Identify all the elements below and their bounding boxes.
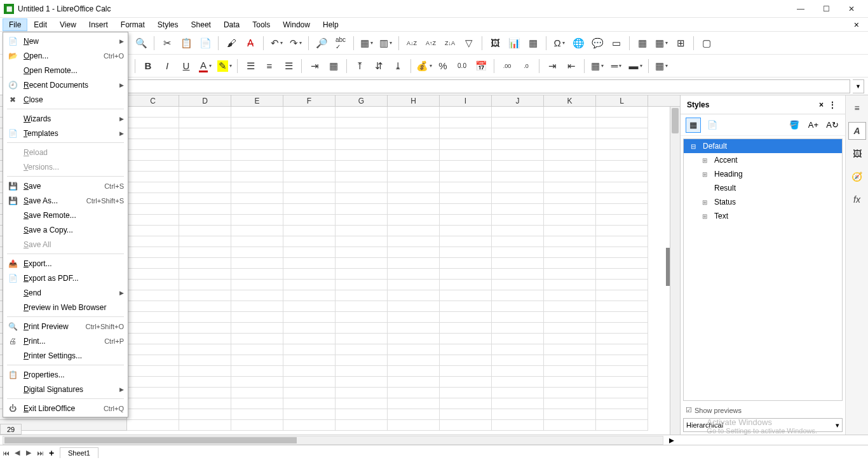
file-menu-item[interactable]: Printer Settings...	[3, 348, 128, 363]
file-menu-item[interactable]: 🔍Print PreviewCtrl+Shift+O	[3, 319, 128, 334]
special-char-icon[interactable]: Ω	[550, 34, 568, 52]
menu-edit[interactable]: Edit	[27, 18, 53, 31]
file-menu-item[interactable]: Versions...	[3, 159, 128, 174]
sidebar-tab-properties[interactable]: ≡	[848, 99, 866, 117]
define-print-area-icon[interactable]: ▦	[634, 34, 651, 52]
decrease-indent-icon[interactable]: ⇤	[562, 57, 580, 75]
show-previews-checkbox[interactable]: ☑Show previews	[681, 403, 845, 417]
styles-list[interactable]: ⊟Default⊞Accent⊞HeadingResult⊞Status⊞Tex…	[683, 139, 843, 401]
menu-help[interactable]: Help	[316, 18, 345, 31]
file-menu-item[interactable]: 🖨Print...Ctrl+P	[3, 334, 128, 348]
sheet-tab[interactable]: Sheet1	[60, 447, 98, 458]
bold-button[interactable]: B	[139, 57, 157, 75]
col-header[interactable]: H	[388, 95, 440, 106]
file-menu-item[interactable]: Digital Signatures▶	[3, 382, 128, 396]
menu-insert[interactable]: Insert	[83, 18, 114, 31]
style-item[interactable]: ⊞Heading	[684, 167, 842, 181]
comment-icon[interactable]: 💬	[588, 34, 606, 52]
sidebar-menu-icon[interactable]: ⋮	[826, 100, 839, 109]
highlight-color-button[interactable]: ✎	[215, 57, 233, 75]
sidebar-close-icon[interactable]: ×	[817, 100, 826, 109]
pivot-table-icon[interactable]: ▦	[524, 34, 542, 52]
file-menu-item[interactable]: 📄Templates▶	[3, 126, 128, 140]
cell-styles-icon[interactable]: ▦	[686, 118, 701, 133]
sort-asc-icon[interactable]: A↓Z	[403, 34, 421, 52]
insert-chart-icon[interactable]: 📊	[505, 34, 523, 52]
border-color-icon[interactable]: ▬	[627, 57, 644, 75]
autofilter-icon[interactable]: ▽	[460, 34, 478, 52]
file-menu-item[interactable]: Save All	[3, 237, 128, 252]
conditional-format-icon[interactable]: ▦	[653, 57, 670, 75]
date-icon[interactable]: 📅	[472, 57, 490, 75]
update-style-icon[interactable]: A↻	[825, 118, 840, 133]
file-menu-item[interactable]: 📤Export...	[3, 256, 128, 271]
menu-data[interactable]: Data	[217, 18, 246, 31]
style-item[interactable]: Result	[684, 181, 842, 195]
sidebar-tab-functions[interactable]: fx	[848, 191, 866, 208]
tab-next-icon[interactable]: ▶	[23, 449, 34, 457]
align-left-icon[interactable]: ☰	[241, 57, 259, 75]
print-preview-icon[interactable]: 🔍	[132, 34, 150, 52]
col-header[interactable]: F	[283, 95, 336, 106]
file-menu-item[interactable]: Open Remote...	[3, 63, 128, 78]
scroll-right-icon[interactable]: ▸	[666, 434, 677, 446]
remove-decimal-icon[interactable]: .0	[517, 57, 535, 75]
find-replace-icon[interactable]: 🔎	[313, 34, 330, 52]
row-ops-icon[interactable]: ▦	[358, 34, 376, 52]
sort-za-icon[interactable]: Z↓A	[441, 34, 459, 52]
minimize-button[interactable]: —	[788, 3, 813, 15]
col-header[interactable]: J	[492, 95, 544, 106]
file-menu-item[interactable]: 🕘Recent Documents▶	[3, 78, 128, 92]
file-menu-item[interactable]: ✖Close	[3, 92, 128, 107]
merge-cells-icon[interactable]: ▦	[325, 57, 342, 75]
menu-sheet[interactable]: Sheet	[185, 18, 217, 31]
file-menu-item[interactable]: 💾Save As...Ctrl+Shift+S	[3, 193, 128, 208]
tab-last-icon[interactable]: ⏭	[34, 449, 46, 457]
vertical-scrollbar[interactable]	[670, 107, 680, 435]
sidebar-tab-styles[interactable]: A	[848, 122, 866, 140]
sort-desc-icon[interactable]: A↑Z	[422, 34, 440, 52]
file-menu-item[interactable]: Reload	[3, 145, 128, 159]
maximize-button[interactable]: ☐	[813, 3, 839, 15]
wrap-text-icon[interactable]: ⇥	[306, 57, 323, 75]
copy-icon[interactable]: 📋	[177, 34, 195, 52]
header-footer-icon[interactable]: ▭	[607, 34, 625, 52]
file-menu-item[interactable]: 📄New▶	[3, 34, 128, 48]
tab-prev-icon[interactable]: ◀	[11, 449, 23, 457]
menu-format[interactable]: Format	[114, 18, 151, 31]
col-header[interactable]: D	[179, 95, 231, 106]
split-window-icon[interactable]: ⊞	[672, 34, 689, 52]
file-menu-item[interactable]: Wizards▶	[3, 111, 128, 126]
formula-input[interactable]	[119, 79, 850, 93]
file-menu-item[interactable]: Save Remote...	[3, 208, 128, 222]
menu-window[interactable]: Window	[276, 18, 316, 31]
fill-format-icon[interactable]: 🪣	[787, 118, 802, 133]
file-menu-item[interactable]: 💾SaveCtrl+S	[3, 179, 128, 193]
file-menu-item[interactable]: ⏻Exit LibreOfficeCtrl+Q	[3, 401, 128, 416]
formula-expand-icon[interactable]: ▼	[853, 79, 864, 93]
file-menu-item[interactable]: Save a Copy...	[3, 222, 128, 237]
cut-icon[interactable]: ✂	[158, 34, 176, 52]
show-draw-icon[interactable]: ▢	[698, 34, 715, 52]
row-header-29[interactable]: 29	[0, 424, 22, 435]
font-color-button[interactable]: A	[196, 57, 214, 75]
styles-filter-select[interactable]: Hierarchical▾	[683, 418, 843, 432]
file-menu-item[interactable]: 📋Properties...	[3, 367, 128, 382]
menu-tools[interactable]: Tools	[246, 18, 276, 31]
close-window-button[interactable]: ✕	[839, 3, 864, 15]
menu-view[interactable]: View	[53, 18, 83, 31]
file-menu-item[interactable]: 📂Open...Ctrl+O	[3, 48, 128, 63]
col-header[interactable]: E	[231, 95, 283, 106]
undo-button[interactable]: ↶	[268, 34, 285, 52]
insert-image-icon[interactable]: 🖼	[486, 34, 504, 52]
clear-formatting-icon[interactable]: A̶	[241, 34, 259, 52]
style-item[interactable]: ⊞Accent	[684, 153, 842, 167]
tab-first-icon[interactable]: ⏮	[0, 449, 11, 457]
col-ops-icon[interactable]: ▥	[377, 34, 395, 52]
italic-button[interactable]: I	[158, 57, 176, 75]
increase-indent-icon[interactable]: ⇥	[543, 57, 561, 75]
align-center-icon[interactable]: ≡	[261, 57, 278, 75]
style-item[interactable]: ⊞Text	[684, 209, 842, 223]
page-styles-icon[interactable]: 📄	[705, 118, 720, 133]
col-header[interactable]: K	[544, 95, 596, 106]
